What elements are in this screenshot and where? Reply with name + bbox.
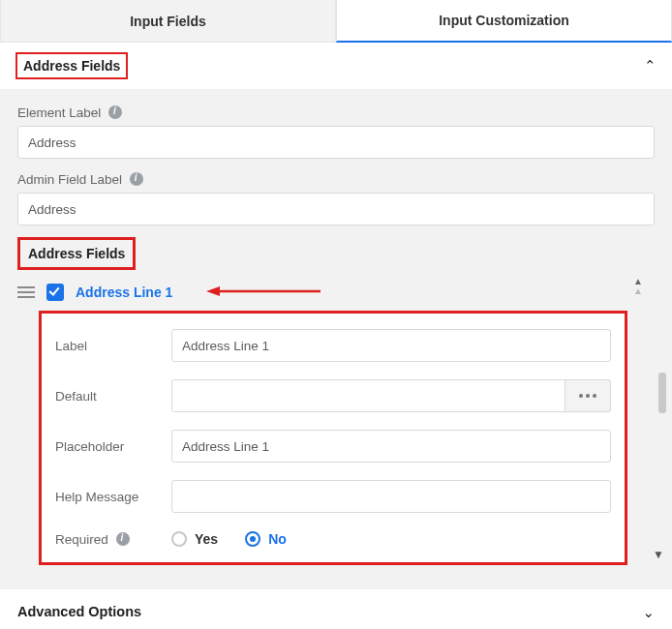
tab-input-customization[interactable]: Input Customization (336, 0, 672, 43)
enable-checkbox[interactable] (46, 284, 64, 301)
info-icon[interactable] (130, 172, 143, 186)
detail-default-input[interactable] (171, 379, 611, 412)
required-yes-radio[interactable]: Yes (171, 531, 218, 547)
chevron-up-icon[interactable]: ▲ (633, 287, 643, 295)
detail-label-input[interactable] (171, 329, 611, 362)
field-detail-panel: Label Default Placeholder Help Me (39, 311, 627, 565)
element-label-caption: Element Label (17, 104, 122, 120)
field-item-address-line-1[interactable]: Address Line 1 ▲ ▲ (17, 278, 655, 311)
admin-field-label-caption: Admin Field Label (17, 170, 143, 187)
annotation-arrow-icon (206, 284, 322, 299)
field-item-label: Address Line 1 (76, 285, 172, 300)
tab-input-fields[interactable]: Input Fields (0, 0, 336, 43)
element-label-input[interactable] (17, 126, 655, 159)
detail-help-input[interactable] (171, 480, 611, 513)
chevron-up-icon[interactable]: ▲ (633, 278, 643, 285)
scrollbar[interactable] (658, 373, 666, 413)
svg-marker-1 (206, 286, 220, 296)
detail-label-caption: Label (55, 339, 171, 353)
advanced-options-header[interactable]: Advanced Options ⌃ (0, 588, 672, 629)
section-address-fields-header[interactable]: Address Fields ⌃ (0, 43, 672, 90)
section-title: Address Fields (23, 58, 120, 74)
info-icon[interactable] (116, 532, 130, 546)
chevron-up-icon: ⌃ (644, 57, 657, 75)
detail-default-caption: Default (55, 389, 171, 404)
sort-handle[interactable]: ▲ ▲ (633, 278, 643, 295)
sub-section-title: Address Fields (28, 246, 125, 261)
advanced-options-title: Advanced Options (17, 604, 141, 619)
info-icon[interactable] (108, 105, 122, 119)
chevron-down-icon[interactable]: ▼ (653, 548, 664, 561)
detail-required-caption: Required (55, 530, 171, 547)
ellipsis-icon[interactable] (565, 379, 611, 412)
drag-handle-icon[interactable] (17, 286, 35, 298)
detail-placeholder-input[interactable] (171, 430, 611, 463)
admin-field-label-input[interactable] (17, 193, 655, 225)
chevron-down-icon: ⌃ (642, 603, 655, 620)
required-no-radio[interactable]: No (245, 531, 287, 547)
detail-help-caption: Help Message (55, 490, 171, 504)
detail-placeholder-caption: Placeholder (55, 439, 171, 454)
